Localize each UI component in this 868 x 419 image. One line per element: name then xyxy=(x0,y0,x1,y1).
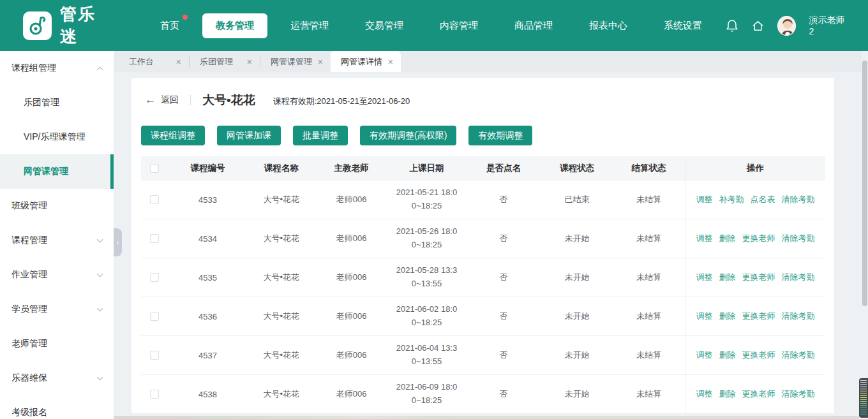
roll-call-sheet-link[interactable]: 点名表 xyxy=(751,194,775,205)
adjust-link[interactable]: 调整 xyxy=(696,388,713,400)
header-select-all-cell xyxy=(141,156,168,180)
delete-link[interactable]: 删除 xyxy=(719,388,736,400)
sidebar-item-student-mgmt[interactable]: 学员管理 xyxy=(0,292,114,327)
delete-link[interactable]: 删除 xyxy=(719,233,736,244)
course-status-cell: 未开始 xyxy=(541,258,613,297)
adjust-link[interactable]: 调整 xyxy=(696,311,713,322)
settlement-status-cell: 未结算 xyxy=(613,336,685,375)
notifications-bell-icon[interactable] xyxy=(725,18,738,33)
roll-call-cell: 否 xyxy=(466,375,541,413)
select-all-checkbox[interactable] xyxy=(150,164,159,173)
settlement-status-cell: 未结算 xyxy=(613,219,685,258)
clear-attendance-link[interactable]: 清除考勤 xyxy=(782,349,815,361)
delete-link[interactable]: 删除 xyxy=(719,349,736,361)
tab-band-mgmt[interactable]: 乐团管理× xyxy=(190,51,260,72)
sidebar-item-course-group-mgmt[interactable]: 课程组管理 xyxy=(0,51,114,85)
close-icon[interactable]: × xyxy=(247,57,252,66)
delete-link[interactable]: 删除 xyxy=(719,272,736,283)
tab-label: 网管课详情 xyxy=(341,56,382,68)
course-status-cell: 未开始 xyxy=(541,297,613,336)
back-button[interactable]: 返回 xyxy=(161,94,179,106)
batch-adjust-button[interactable]: 批量调整 xyxy=(293,126,348,145)
change-teacher-link[interactable]: 更换老师 xyxy=(742,349,775,361)
content-area: ← 返回 大号•花花 课程有效期:2021-05-21至2021-06-20 课… xyxy=(114,72,868,419)
change-teacher-link[interactable]: 更换老师 xyxy=(742,233,775,244)
sidebar-item-vip-theory-mgmt[interactable]: VIP/乐理课管理 xyxy=(0,120,114,154)
course-status-cell: 未开始 xyxy=(541,219,613,258)
scrollbar-thumb[interactable] xyxy=(862,61,867,306)
clear-attendance-link[interactable]: 清除考勤 xyxy=(782,194,815,205)
sidebar-item-course-mgmt[interactable]: 课程管理 xyxy=(0,223,114,258)
sidebar-item-class-mgmt[interactable]: 班级管理 xyxy=(0,189,114,223)
app-logo[interactable] xyxy=(23,11,52,40)
close-icon[interactable]: × xyxy=(176,57,181,66)
sidebar-item-instrument-maintenance[interactable]: 乐器维保 xyxy=(0,361,114,395)
chevron-down-icon xyxy=(96,273,103,277)
validity-adjust-button[interactable]: 有效期调整 xyxy=(468,126,532,145)
username[interactable]: 演示老师2 xyxy=(809,15,848,36)
sidebar-item-exam-registration[interactable]: 考级报名 xyxy=(0,395,114,419)
close-icon[interactable]: × xyxy=(318,57,323,66)
row-checkbox[interactable] xyxy=(150,234,159,243)
adjust-link[interactable]: 调整 xyxy=(696,233,713,244)
makeup-attendance-link[interactable]: 补考勤 xyxy=(719,194,744,205)
row-checkbox[interactable] xyxy=(150,390,159,399)
sidebar-item-teacher-mgmt[interactable]: 老师管理 xyxy=(0,327,114,361)
sidebar-collapse-handle[interactable]: ‹ xyxy=(114,228,122,256)
nav-item-operation[interactable]: 运营管理 xyxy=(277,13,342,38)
delete-link[interactable]: 删除 xyxy=(719,311,736,322)
change-teacher-link[interactable]: 更换老师 xyxy=(742,311,775,322)
clear-attendance-link[interactable]: 清除考勤 xyxy=(782,388,815,400)
close-icon[interactable]: × xyxy=(388,57,393,66)
nav-item-report[interactable]: 报表中心 xyxy=(576,13,641,38)
nav-item-content[interactable]: 内容管理 xyxy=(426,13,491,38)
adjust-link[interactable]: 调整 xyxy=(696,349,713,361)
tab-online-course-detail[interactable]: 网管课详情× xyxy=(331,51,401,72)
add-online-lesson-button[interactable]: 网管课加课 xyxy=(217,126,281,145)
detail-card: ← 返回 大号•花花 课程有效期:2021-05-21至2021-06-20 课… xyxy=(131,78,834,413)
nav-item-academic[interactable]: 教务管理 xyxy=(202,13,267,38)
table-row: 4538大号•花花老师0062021-06-09 18:0 0~18:25否未开… xyxy=(141,375,825,413)
course-name-cell: 大号•花花 xyxy=(247,180,315,219)
avatar[interactable] xyxy=(777,16,797,36)
clear-attendance-link[interactable]: 清除考勤 xyxy=(782,233,815,244)
change-teacher-link[interactable]: 更换老师 xyxy=(742,388,775,400)
chevron-up-icon xyxy=(96,66,103,71)
chevron-down-icon xyxy=(96,239,103,243)
tab-workbench[interactable]: 工作台× xyxy=(119,51,189,72)
row-checkbox[interactable] xyxy=(150,195,159,204)
course-status-cell: 未开始 xyxy=(541,375,613,413)
sidebar-item-homework-mgmt[interactable]: 作业管理 xyxy=(0,258,114,292)
sidebar-item-label: VIP/乐理课管理 xyxy=(24,131,85,143)
row-select-cell xyxy=(141,258,168,297)
lesson-date-cell: 2021-05-21 18:0 0~18:25 xyxy=(387,180,466,219)
course-group-adjust-button[interactable]: 课程组调整 xyxy=(141,126,205,145)
row-checkbox[interactable] xyxy=(150,312,159,321)
sidebar-item-label: 课程管理 xyxy=(11,235,47,246)
sidebar-item-online-course-mgmt[interactable]: 网管课管理 xyxy=(0,154,114,189)
row-checkbox[interactable] xyxy=(150,351,159,360)
nav-item-home[interactable]: 首页 xyxy=(147,13,193,38)
adjust-link[interactable]: 调整 xyxy=(696,194,713,205)
change-teacher-link[interactable]: 更换老师 xyxy=(742,272,775,283)
nav-item-trade[interactable]: 交易管理 xyxy=(352,13,417,38)
validity-adjust-high-button[interactable]: 有效期调整(高权限) xyxy=(360,126,456,145)
sidebar-item-label: 作业管理 xyxy=(11,269,47,281)
sidebar-item-band-mgmt[interactable]: 乐团管理 xyxy=(0,85,114,120)
chevron-down-icon xyxy=(96,307,103,312)
clear-attendance-link[interactable]: 清除考勤 xyxy=(782,311,815,322)
back-arrow-icon[interactable]: ← xyxy=(145,94,156,107)
home-icon[interactable] xyxy=(751,18,765,33)
action-links: 调整补考勤点名表清除考勤 xyxy=(696,194,815,205)
nav-item-system[interactable]: 系统设置 xyxy=(650,13,715,38)
settlement-status-cell: 未结算 xyxy=(613,258,685,297)
tab-online-course-mgmt[interactable]: 网管课管理× xyxy=(260,51,331,72)
row-checkbox[interactable] xyxy=(150,273,159,282)
settlement-status-cell: 未结算 xyxy=(613,297,685,336)
adjust-link[interactable]: 调整 xyxy=(696,272,713,283)
vertical-scrollbar[interactable] xyxy=(862,51,868,419)
course-id-cell: 4536 xyxy=(168,297,247,336)
sidebar: 课程组管理乐团管理VIP/乐理课管理网管课管理班级管理课程管理作业管理学员管理老… xyxy=(0,51,114,419)
nav-item-goods[interactable]: 商品管理 xyxy=(501,13,566,38)
clear-attendance-link[interactable]: 清除考勤 xyxy=(782,272,815,283)
